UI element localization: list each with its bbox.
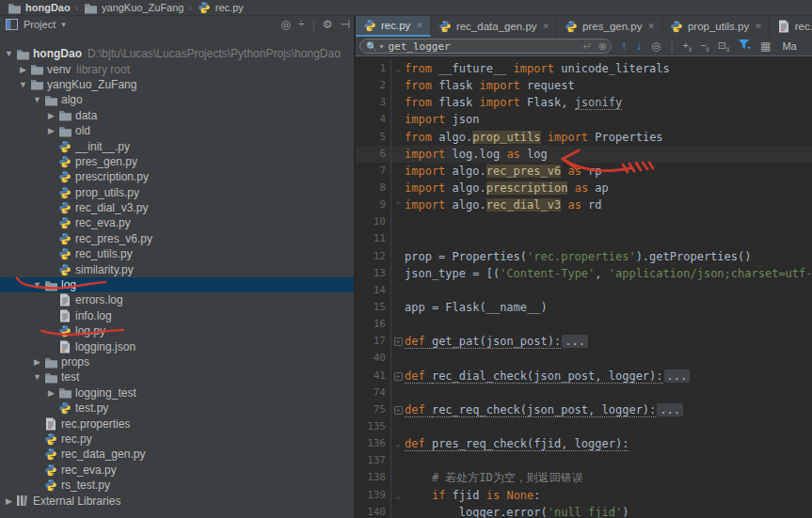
tab-pres_gen.py[interactable]: pres_gen.py✕: [557, 16, 662, 37]
line-number[interactable]: 138: [356, 469, 391, 486]
chevron-collapsed-icon[interactable]: ▶: [17, 65, 29, 74]
breadcrumb-item-hongDao[interactable]: hongDao: [4, 1, 73, 14]
collapse-all-icon[interactable]: ÷: [298, 18, 305, 31]
breadcrumb-item-rec.py[interactable]: rec.py: [194, 1, 247, 14]
line-number[interactable]: 7: [356, 163, 391, 180]
tree-item-yangkuo-zufang[interactable]: ▼yangKuo_ZuFang: [0, 77, 354, 92]
code-line-3[interactable]: 3from flask import Flask, jsonify: [356, 94, 812, 111]
line-number[interactable]: 14: [356, 282, 391, 299]
tree-item-algo[interactable]: ▼algo: [0, 92, 354, 107]
code-line-2[interactable]: 2from flask import request: [356, 77, 812, 94]
tree-item-pres-gen-py[interactable]: pres_gen.py: [0, 154, 354, 169]
code-line-14[interactable]: 14: [356, 282, 812, 299]
tree-item-external-libraries[interactable]: ▶External Libraries: [0, 493, 354, 508]
filter-icon[interactable]: [739, 39, 751, 53]
tree-item-log-py[interactable]: log.py: [0, 323, 354, 338]
code-line-139[interactable]: 139⌄ if fjid is None:: [356, 487, 812, 504]
code-line-15[interactable]: 15app = Flask(__name__): [356, 299, 812, 316]
breadcrumb-item-yangKuo_ZuFang[interactable]: yangKuo_ZuFang: [80, 1, 186, 14]
line-number[interactable]: 41: [356, 368, 391, 385]
tree-item-rec-properties[interactable]: rec.properties: [0, 416, 354, 431]
code-line-5[interactable]: 5from algo.prop_utils import Properties: [356, 129, 812, 146]
line-number[interactable]: 137: [356, 452, 391, 469]
tree-item-hongdao[interactable]: ▼hongDaoD:\bjtu\Lucas\LucasProjects\Pyth…: [0, 46, 354, 61]
code-line-4[interactable]: 4import json: [356, 111, 812, 128]
line-number[interactable]: 13: [356, 265, 391, 282]
line-number[interactable]: 10: [356, 213, 391, 230]
line-number[interactable]: 5: [356, 129, 391, 146]
line-number[interactable]: 139: [356, 487, 391, 504]
fold-marker-icon[interactable]: ⌄: [391, 487, 405, 504]
line-number[interactable]: 9: [356, 196, 391, 213]
line-number[interactable]: 15: [356, 299, 391, 316]
locate-icon[interactable]: ◎: [281, 18, 291, 31]
tree-item-prescription-py[interactable]: prescription.py: [0, 169, 354, 184]
fold-marker-icon[interactable]: ⌄: [391, 60, 405, 77]
code-line-17[interactable]: 17+def get_pat(json_post):...: [356, 333, 812, 350]
code-line-13[interactable]: 13json_type = [('Content-Type', 'applica…: [356, 265, 812, 282]
tree-item-rec-data-gen-py[interactable]: rec_data_gen.py: [0, 447, 354, 462]
line-number[interactable]: 16: [356, 316, 391, 333]
code-line-74[interactable]: 74: [356, 385, 812, 401]
tree-item-data[interactable]: ▶data: [0, 108, 354, 123]
search-query-text[interactable]: get_logger: [389, 40, 451, 53]
fold-marker-icon[interactable]: +: [391, 368, 405, 385]
fold-marker-icon[interactable]: +: [391, 333, 405, 350]
line-number[interactable]: 1: [356, 60, 391, 77]
tree-item-test-py[interactable]: test.py: [0, 400, 354, 416]
chevron-collapsed-icon[interactable]: ▶: [31, 357, 43, 367]
search-history-chevron-icon[interactable]: ▾: [379, 42, 383, 51]
tree-item-props[interactable]: ▶props: [0, 354, 354, 369]
chevron-expanded-icon[interactable]: ▼: [3, 49, 15, 58]
code-line-7[interactable]: 7import algo.rec_pres_v6 as rp: [356, 163, 812, 180]
code-editor[interactable]: 1⌄from __future__ import unicode_literal…: [356, 56, 812, 518]
fold-marker-icon[interactable]: ⌄: [391, 435, 405, 452]
line-number[interactable]: 3: [356, 94, 391, 111]
remove-selection-icon[interactable]: −ii: [700, 39, 709, 53]
tree-item-errors-log[interactable]: errors.log: [0, 292, 354, 307]
search-input[interactable]: 🔍 ▾ get_logger ↵ ⊗: [359, 39, 612, 54]
code-line-140[interactable]: 140 logger.error('null fjid'): [356, 504, 812, 518]
find-all-icon[interactable]: ◎: [651, 39, 661, 53]
tree-item-info-log[interactable]: info.log: [0, 308, 354, 323]
tree-item-old[interactable]: ▶old: [0, 123, 354, 138]
chevron-down-icon[interactable]: ▾: [61, 20, 66, 29]
code-line-6[interactable]: 6import log.log as log: [356, 146, 812, 163]
clear-search-icon[interactable]: ⊗: [598, 40, 607, 53]
line-number[interactable]: 40: [356, 350, 391, 367]
tab-rec.py[interactable]: rec.py✕: [356, 16, 431, 37]
match-grid-icon[interactable]: ▦: [760, 39, 771, 53]
line-number[interactable]: 12: [356, 248, 391, 265]
tree-item--init-py[interactable]: __init__.py: [0, 138, 354, 153]
code-line-1[interactable]: 1⌄from __future__ import unicode_literal…: [356, 60, 812, 77]
line-number[interactable]: 136: [356, 435, 391, 452]
line-number[interactable]: 2: [356, 77, 391, 94]
fold-marker-icon[interactable]: +: [391, 401, 405, 418]
tree-item-rec-py[interactable]: rec.py: [0, 432, 354, 447]
tree-item-rec-utils-py[interactable]: rec_utils.py: [0, 246, 354, 261]
code-line-9[interactable]: 9⌄import algo.rec_dial_v3 as rd: [356, 196, 812, 213]
tab-rec.properties[interactable]: rec.properties✕: [770, 16, 812, 37]
tree-item-rec-eva-py[interactable]: rec_eva.py: [0, 463, 354, 478]
chevron-expanded-icon[interactable]: ▼: [31, 280, 43, 290]
code-line-75[interactable]: 75+def rec_req_check(json_post, logger):…: [356, 401, 812, 418]
tab-rec_data_gen.py[interactable]: rec_data_gen.py✕: [431, 16, 557, 37]
tree-item-rec-pres-v6-py[interactable]: rec_pres_v6.py: [0, 231, 354, 246]
fold-marker-icon[interactable]: ⌄: [391, 196, 405, 213]
code-line-16[interactable]: 16: [356, 316, 812, 333]
code-line-11[interactable]: 11: [356, 230, 812, 247]
code-line-41[interactable]: 41+def rec_dial_check(json_post, logger)…: [356, 368, 812, 385]
line-number[interactable]: 4: [356, 111, 391, 128]
close-icon[interactable]: ✕: [755, 22, 762, 31]
tree-item-logging-test[interactable]: ▶logging_test: [0, 385, 354, 400]
select-all-occurrences-icon[interactable]: ⊡ii: [718, 39, 729, 53]
add-selection-icon[interactable]: +ii: [683, 39, 693, 53]
tree-item-rs-test-py[interactable]: rs_test.py: [0, 478, 354, 493]
chevron-collapsed-icon[interactable]: ▶: [3, 496, 15, 506]
tree-item-rec-dial-v3-py[interactable]: rec_dial_v3.py: [0, 200, 354, 215]
match-case-label[interactable]: Ma: [782, 40, 796, 52]
tree-item-prop-utils-py[interactable]: prop_utils.py: [0, 185, 354, 200]
code-line-10[interactable]: 10: [356, 213, 812, 230]
chevron-expanded-icon[interactable]: ▼: [17, 80, 29, 89]
tree-item-log[interactable]: ▼log: [0, 277, 354, 292]
